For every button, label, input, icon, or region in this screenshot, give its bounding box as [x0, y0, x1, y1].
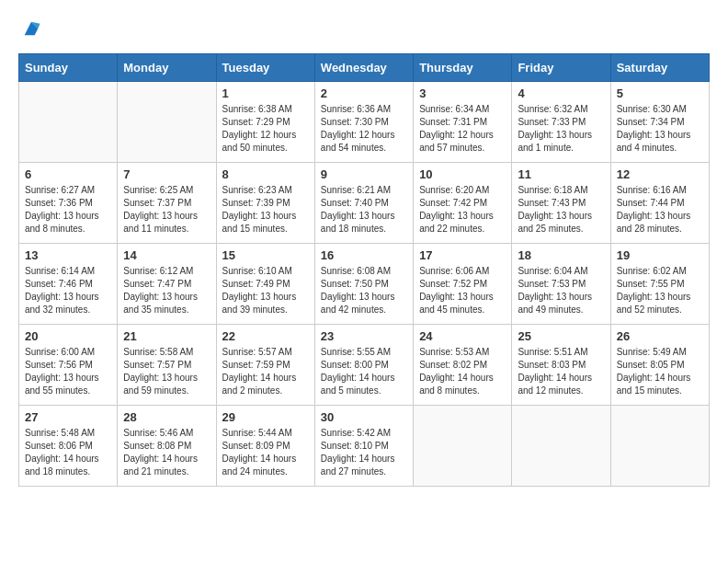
day-info: Sunrise: 5:58 AM Sunset: 7:57 PM Dayligh…: [123, 346, 210, 397]
logo: [18, 18, 41, 39]
day-number: 2: [321, 86, 407, 100]
col-header-thursday: Thursday: [414, 54, 512, 82]
day-number: 6: [25, 167, 111, 181]
page-header: [18, 18, 710, 39]
day-number: 22: [222, 329, 309, 343]
calendar-cell: 6Sunrise: 6:27 AM Sunset: 7:36 PM Daylig…: [19, 163, 118, 244]
calendar-cell: [19, 82, 118, 163]
day-number: 11: [518, 167, 604, 181]
calendar-cell: 20Sunrise: 6:00 AM Sunset: 7:56 PM Dayli…: [19, 325, 118, 406]
day-number: 18: [518, 248, 604, 262]
calendar-cell: 21Sunrise: 5:58 AM Sunset: 7:57 PM Dayli…: [118, 325, 216, 406]
calendar-cell: 29Sunrise: 5:44 AM Sunset: 8:09 PM Dayli…: [216, 406, 314, 487]
day-info: Sunrise: 6:10 AM Sunset: 7:49 PM Dayligh…: [222, 265, 309, 316]
calendar-cell: 3Sunrise: 6:34 AM Sunset: 7:31 PM Daylig…: [414, 82, 512, 163]
calendar-cell: 18Sunrise: 6:04 AM Sunset: 7:53 PM Dayli…: [512, 244, 610, 325]
day-info: Sunrise: 6:14 AM Sunset: 7:46 PM Dayligh…: [25, 265, 111, 316]
week-row-1: 1Sunrise: 6:38 AM Sunset: 7:29 PM Daylig…: [19, 82, 710, 163]
calendar-cell: 4Sunrise: 6:32 AM Sunset: 7:33 PM Daylig…: [512, 82, 610, 163]
day-number: 28: [123, 410, 210, 424]
week-row-3: 13Sunrise: 6:14 AM Sunset: 7:46 PM Dayli…: [19, 244, 710, 325]
day-number: 7: [123, 167, 210, 181]
calendar-cell: 11Sunrise: 6:18 AM Sunset: 7:43 PM Dayli…: [512, 163, 610, 244]
day-info: Sunrise: 6:25 AM Sunset: 7:37 PM Dayligh…: [123, 184, 210, 236]
day-number: 8: [222, 167, 309, 181]
calendar-cell: 17Sunrise: 6:06 AM Sunset: 7:52 PM Dayli…: [414, 244, 512, 325]
calendar-cell: 9Sunrise: 6:21 AM Sunset: 7:40 PM Daylig…: [314, 163, 413, 244]
calendar-cell: 26Sunrise: 5:49 AM Sunset: 8:05 PM Dayli…: [610, 325, 709, 406]
day-number: 15: [222, 248, 309, 262]
col-header-sunday: Sunday: [19, 54, 118, 82]
day-number: 20: [25, 329, 111, 343]
day-number: 29: [222, 410, 309, 424]
day-info: Sunrise: 6:38 AM Sunset: 7:29 PM Dayligh…: [222, 103, 309, 155]
week-row-4: 20Sunrise: 6:00 AM Sunset: 7:56 PM Dayli…: [19, 325, 710, 406]
day-number: 4: [518, 86, 604, 100]
day-number: 27: [25, 410, 111, 424]
day-info: Sunrise: 6:04 AM Sunset: 7:53 PM Dayligh…: [518, 265, 604, 316]
calendar-cell: 16Sunrise: 6:08 AM Sunset: 7:50 PM Dayli…: [314, 244, 413, 325]
day-info: Sunrise: 5:53 AM Sunset: 8:02 PM Dayligh…: [419, 346, 506, 397]
day-number: 21: [123, 329, 210, 343]
calendar-cell: 10Sunrise: 6:20 AM Sunset: 7:42 PM Dayli…: [414, 163, 512, 244]
calendar-cell: 24Sunrise: 5:53 AM Sunset: 8:02 PM Dayli…: [414, 325, 512, 406]
calendar-cell: [610, 406, 709, 487]
col-header-wednesday: Wednesday: [314, 54, 413, 82]
day-info: Sunrise: 6:27 AM Sunset: 7:36 PM Dayligh…: [25, 184, 111, 236]
day-number: 12: [617, 167, 703, 181]
day-number: 19: [617, 248, 703, 262]
day-number: 16: [321, 248, 407, 262]
col-header-friday: Friday: [512, 54, 610, 82]
calendar-cell: 13Sunrise: 6:14 AM Sunset: 7:46 PM Dayli…: [19, 244, 118, 325]
day-info: Sunrise: 6:20 AM Sunset: 7:42 PM Dayligh…: [419, 184, 506, 236]
calendar-cell: 7Sunrise: 6:25 AM Sunset: 7:37 PM Daylig…: [118, 163, 216, 244]
day-info: Sunrise: 6:12 AM Sunset: 7:47 PM Dayligh…: [123, 265, 210, 316]
day-number: 24: [419, 329, 506, 343]
calendar-cell: 19Sunrise: 6:02 AM Sunset: 7:55 PM Dayli…: [610, 244, 709, 325]
day-info: Sunrise: 6:18 AM Sunset: 7:43 PM Dayligh…: [518, 184, 604, 236]
day-info: Sunrise: 6:30 AM Sunset: 7:34 PM Dayligh…: [617, 103, 703, 155]
calendar-cell: [512, 406, 610, 487]
day-info: Sunrise: 6:06 AM Sunset: 7:52 PM Dayligh…: [419, 265, 506, 316]
day-info: Sunrise: 6:34 AM Sunset: 7:31 PM Dayligh…: [419, 103, 506, 155]
calendar-header-row: SundayMondayTuesdayWednesdayThursdayFrid…: [19, 54, 710, 82]
day-number: 1: [222, 86, 309, 100]
day-info: Sunrise: 6:08 AM Sunset: 7:50 PM Dayligh…: [321, 265, 407, 316]
calendar-cell: 30Sunrise: 5:42 AM Sunset: 8:10 PM Dayli…: [314, 406, 413, 487]
day-info: Sunrise: 5:57 AM Sunset: 7:59 PM Dayligh…: [222, 346, 309, 397]
day-number: 5: [617, 86, 703, 100]
calendar-cell: 25Sunrise: 5:51 AM Sunset: 8:03 PM Dayli…: [512, 325, 610, 406]
col-header-monday: Monday: [118, 54, 216, 82]
day-number: 17: [419, 248, 506, 262]
calendar-cell: [118, 82, 216, 163]
day-info: Sunrise: 6:02 AM Sunset: 7:55 PM Dayligh…: [617, 265, 703, 316]
calendar-cell: 15Sunrise: 6:10 AM Sunset: 7:49 PM Dayli…: [216, 244, 314, 325]
day-info: Sunrise: 6:23 AM Sunset: 7:39 PM Dayligh…: [222, 184, 309, 236]
day-info: Sunrise: 6:00 AM Sunset: 7:56 PM Dayligh…: [25, 346, 111, 397]
calendar-cell: 28Sunrise: 5:46 AM Sunset: 8:08 PM Dayli…: [118, 406, 216, 487]
day-number: 13: [25, 248, 111, 262]
calendar-cell: 22Sunrise: 5:57 AM Sunset: 7:59 PM Dayli…: [216, 325, 314, 406]
day-info: Sunrise: 5:51 AM Sunset: 8:03 PM Dayligh…: [518, 346, 604, 397]
week-row-5: 27Sunrise: 5:48 AM Sunset: 8:06 PM Dayli…: [19, 406, 710, 487]
day-info: Sunrise: 5:55 AM Sunset: 8:00 PM Dayligh…: [321, 346, 407, 397]
day-number: 26: [617, 329, 703, 343]
day-info: Sunrise: 5:46 AM Sunset: 8:08 PM Dayligh…: [123, 427, 210, 478]
day-info: Sunrise: 5:49 AM Sunset: 8:05 PM Dayligh…: [617, 346, 703, 397]
day-info: Sunrise: 5:42 AM Sunset: 8:10 PM Dayligh…: [321, 427, 407, 478]
logo-icon: [21, 18, 41, 39]
week-row-2: 6Sunrise: 6:27 AM Sunset: 7:36 PM Daylig…: [19, 163, 710, 244]
calendar-cell: [414, 406, 512, 487]
day-info: Sunrise: 6:36 AM Sunset: 7:30 PM Dayligh…: [321, 103, 407, 155]
calendar-cell: 14Sunrise: 6:12 AM Sunset: 7:47 PM Dayli…: [118, 244, 216, 325]
calendar-cell: 27Sunrise: 5:48 AM Sunset: 8:06 PM Dayli…: [19, 406, 118, 487]
calendar-cell: 2Sunrise: 6:36 AM Sunset: 7:30 PM Daylig…: [314, 82, 413, 163]
day-info: Sunrise: 5:44 AM Sunset: 8:09 PM Dayligh…: [222, 427, 309, 478]
col-header-tuesday: Tuesday: [216, 54, 314, 82]
day-number: 3: [419, 86, 506, 100]
calendar-cell: 1Sunrise: 6:38 AM Sunset: 7:29 PM Daylig…: [216, 82, 314, 163]
day-number: 9: [321, 167, 407, 181]
day-number: 25: [518, 329, 604, 343]
day-info: Sunrise: 5:48 AM Sunset: 8:06 PM Dayligh…: [25, 427, 111, 478]
day-number: 30: [321, 410, 407, 424]
